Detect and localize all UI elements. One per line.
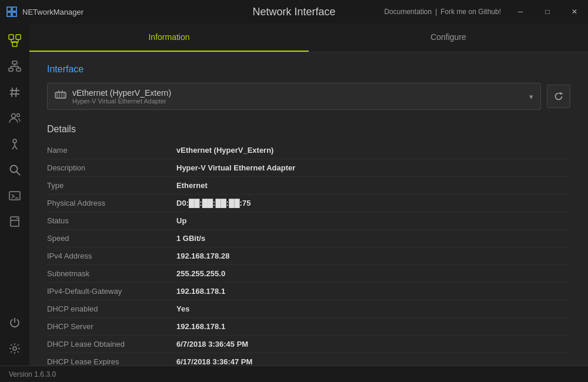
svg-rect-4 [9, 35, 14, 39]
fork-link[interactable]: Fork me on Github! [440, 8, 501, 16]
svg-rect-10 [12, 61, 17, 64]
sidebar-item-search[interactable] [1, 158, 28, 182]
app-icon [6, 6, 18, 18]
detail-label: Type [47, 181, 176, 190]
detail-label: IPv4 Address [47, 252, 176, 260]
detail-value: Yes [176, 304, 189, 313]
detail-value: 192.168.178.28 [176, 252, 229, 260]
sidebar-item-terminal[interactable] [1, 183, 28, 208]
table-row: Physical Address D0:██:██:██:██:75 [47, 195, 570, 212]
tab-configure[interactable]: Configure [309, 24, 588, 52]
detail-value: 6/17/2018 3:36:47 PM [176, 357, 252, 366]
detail-value: 192.168.178.1 [176, 287, 225, 296]
svg-point-21 [12, 114, 16, 118]
table-row: IPv4 Address 192.168.178.28 [47, 247, 570, 265]
interface-section: Interface [47, 64, 570, 110]
link-separator: | [435, 8, 437, 16]
dropdown-arrow-icon: ▾ [529, 92, 533, 101]
svg-rect-0 [7, 7, 11, 11]
detail-value: 6/7/2018 3:36:45 PM [176, 340, 248, 349]
tabs: Information Configure [29, 24, 588, 52]
interface-section-title: Interface [47, 64, 570, 75]
title-bar-right: Documentation | Fork me on Github! ─ □ ✕ [384, 0, 588, 24]
svg-line-17 [12, 88, 12, 97]
svg-rect-29 [11, 217, 19, 226]
svg-rect-5 [16, 35, 21, 39]
detail-label: Speed [47, 234, 176, 243]
table-row: DHCP Lease Expires 6/17/2018 3:36:47 PM [47, 353, 570, 366]
table-row: Subnetmask 255.255.255.0 [47, 265, 570, 283]
detail-label: Name [47, 146, 176, 155]
table-row: Speed 1 GBit/s [47, 230, 570, 247]
detail-label: Physical Address [47, 199, 176, 207]
minimize-button[interactable]: ─ [507, 0, 534, 24]
interface-selector-row: vEthernet (HyperV_Extern) Hyper-V Virtua… [47, 83, 570, 110]
sidebar-item-hash[interactable] [1, 80, 28, 105]
detail-label: Subnetmask [47, 269, 176, 278]
details-section: Details Name vEthernet (HyperV_Extern) D… [47, 124, 570, 366]
detail-label: DHCP Lease Expires [47, 357, 176, 366]
close-button[interactable]: ✕ [561, 0, 588, 24]
details-title: Details [47, 124, 570, 135]
svg-point-25 [11, 166, 18, 173]
detail-label: DHCP Server [47, 322, 176, 331]
svg-rect-11 [9, 68, 13, 71]
svg-line-18 [16, 88, 16, 97]
table-row: Status Up [47, 212, 570, 230]
sidebar-item-network[interactable] [1, 28, 28, 53]
svg-rect-12 [16, 68, 21, 71]
sidebar-item-storage[interactable] [1, 209, 28, 234]
content-panel: Interface [29, 52, 588, 366]
interface-dropdown[interactable]: vEthernet (HyperV_Extern) Hyper-V Virtua… [47, 83, 541, 110]
title-bar-left: NETworkManager [6, 6, 83, 18]
sidebar-item-settings[interactable] [1, 336, 28, 361]
tab-information[interactable]: Information [29, 24, 309, 52]
svg-point-22 [17, 114, 20, 117]
svg-rect-27 [9, 192, 20, 200]
table-row: Name vEthernet (HyperV_Extern) [47, 142, 570, 159]
table-row: Type Ethernet [47, 177, 570, 195]
detail-value: 1 GBit/s [176, 234, 205, 243]
window-title: Network Interface [252, 6, 335, 18]
sidebar [0, 24, 29, 366]
detail-label: Status [47, 216, 176, 225]
table-row: Description Hyper-V Virtual Ethernet Ada… [47, 159, 570, 177]
detail-label: DHCP Lease Obtained [47, 340, 176, 349]
table-row: DHCP enabled Yes [47, 300, 570, 318]
sidebar-item-power[interactable] [1, 310, 28, 335]
svg-point-32 [13, 347, 16, 350]
sidebar-item-hierarchy[interactable] [1, 54, 28, 79]
content-area: Information Configure Interface [29, 24, 588, 366]
table-row: DHCP Server 192.168.178.1 [47, 318, 570, 336]
documentation-link[interactable]: Documentation [384, 8, 432, 16]
sidebar-item-users[interactable] [1, 106, 28, 130]
detail-value: 192.168.178.1 [176, 322, 225, 331]
details-table: Name vEthernet (HyperV_Extern) Descripti… [47, 142, 570, 366]
refresh-button[interactable] [547, 85, 570, 108]
svg-point-31 [16, 218, 18, 219]
maximize-button[interactable]: □ [534, 0, 561, 24]
network-adapter-icon [55, 91, 66, 102]
title-bar-links: Documentation | Fork me on Github! [384, 8, 507, 16]
main-layout: Information Configure Interface [0, 24, 588, 366]
detail-value: D0:██:██:██:██:75 [176, 199, 250, 207]
detail-value: vEthernet (HyperV_Extern) [176, 146, 273, 155]
svg-rect-1 [12, 7, 16, 11]
svg-rect-3 [12, 12, 16, 16]
status-bar: Version 1.6.3.0 [0, 366, 588, 382]
title-bar: NETworkManager Network Interface Documen… [0, 0, 588, 24]
sidebar-item-tools[interactable] [1, 132, 28, 156]
table-row: DHCP Lease Obtained 6/7/2018 3:36:45 PM [47, 336, 570, 353]
svg-rect-2 [7, 12, 11, 16]
detail-value: 255.255.255.0 [176, 269, 225, 278]
detail-label: IPv4-Default-Gateway [47, 287, 176, 296]
app-title: NETworkManager [22, 8, 83, 16]
detail-value: Hyper-V Virtual Ethernet Adapter [176, 163, 295, 172]
svg-point-23 [13, 139, 16, 143]
table-row: IPv4-Default-Gateway 192.168.178.1 [47, 283, 570, 300]
detail-label: Description [47, 163, 176, 172]
version-label: Version 1.6.3.0 [9, 370, 56, 378]
detail-label: DHCP enabled [47, 304, 176, 313]
detail-value: Up [176, 216, 186, 225]
detail-value: Ethernet [176, 181, 208, 190]
